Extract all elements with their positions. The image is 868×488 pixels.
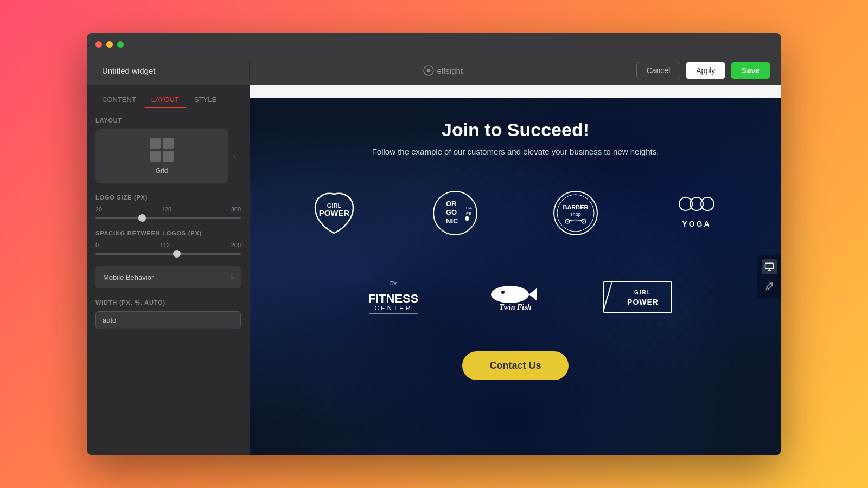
- svg-text:OR: OR: [446, 200, 457, 208]
- sidebar-content: LAYOUT Grid ›: [87, 108, 250, 455]
- logo-yoga: YOGA: [644, 178, 749, 248]
- logo-barber-shop: BARBER shop: [524, 178, 628, 248]
- spacing-current: 112: [160, 242, 170, 248]
- svg-point-9: [465, 216, 469, 221]
- traffic-lights: [95, 41, 124, 48]
- layout-options-container: Grid ›: [95, 129, 241, 183]
- svg-text:BARBER: BARBER: [563, 204, 589, 210]
- organic-cafe-logo-svg: OR GO NIC CA FE: [431, 189, 480, 237]
- elfsight-icon: [423, 65, 434, 76]
- layout-section-label: LAYOUT: [95, 117, 241, 124]
- width-input[interactable]: auto: [95, 311, 241, 329]
- sidebar: CONTENT LAYOUT STYLE LAYOUT: [87, 85, 250, 455]
- svg-rect-28: [603, 282, 672, 312]
- yoga-logo-svg: YOGA: [667, 189, 726, 237]
- fitness-logo-svg: The FITNESS CENTER: [363, 275, 423, 319]
- logo-girl-power-rect: GIRL POWER: [585, 265, 691, 330]
- logo-size-max: 300: [231, 206, 241, 213]
- apply-button[interactable]: Apply: [686, 62, 725, 79]
- grid-cell: [150, 138, 161, 149]
- mobile-behavior-arrow: ›: [231, 272, 233, 282]
- grid-layout-icon: [150, 138, 174, 162]
- preview-inner: Join to Succeed! Follow the example of o…: [250, 98, 781, 402]
- logo-size-section: LOGO SIZE (PX) 20 120 300: [95, 194, 241, 219]
- svg-point-24: [491, 286, 529, 303]
- browser-window: Untitled widget elfsight Cancel Apply Sa…: [87, 33, 781, 455]
- logo-size-range-labels: 20 120 300: [95, 206, 241, 213]
- svg-text:GO: GO: [446, 208, 457, 216]
- grid-cell: [163, 138, 174, 149]
- svg-text:The: The: [390, 280, 398, 286]
- tab-style[interactable]: STYLE: [188, 91, 223, 108]
- spacing-label: SPACING BETWEEN LOGOS (PX): [95, 230, 241, 236]
- grid-cell: [163, 151, 174, 162]
- widget-title-input[interactable]: Untitled widget: [95, 62, 240, 80]
- logo-size-thumb[interactable]: [138, 214, 146, 222]
- tab-content[interactable]: CONTENT: [95, 91, 143, 108]
- svg-text:NIC: NIC: [446, 217, 458, 225]
- preview-white-bar: [250, 85, 781, 98]
- girl-power-rect-logo-svg: GIRL POWER: [602, 281, 673, 313]
- cancel-button[interactable]: Cancel: [636, 62, 681, 79]
- mobile-behavior-label: Mobile Behavior: [103, 273, 154, 281]
- logos-row2: The FITNESS CENTER: [341, 265, 691, 330]
- spacing-section: SPACING BETWEEN LOGOS (PX) 0 112 200: [95, 230, 241, 255]
- layout-next-arrow[interactable]: ›: [228, 151, 241, 161]
- main-area: CONTENT LAYOUT STYLE LAYOUT: [87, 85, 781, 455]
- grid-layout-label: Grid: [156, 167, 168, 175]
- spacing-range-labels: 0 112 200: [95, 242, 241, 248]
- tab-layout[interactable]: LAYOUT: [145, 91, 186, 108]
- sidebar-tabs: CONTENT LAYOUT STYLE: [87, 85, 250, 108]
- spacing-track[interactable]: [95, 253, 241, 255]
- spacing-thumb[interactable]: [173, 250, 181, 258]
- spacing-min: 0: [95, 242, 99, 248]
- svg-point-26: [501, 291, 505, 294]
- layout-section: LAYOUT Grid ›: [95, 117, 241, 183]
- logo-size-label: LOGO SIZE (PX): [95, 194, 241, 201]
- svg-text:Twin Fish: Twin Fish: [499, 303, 531, 311]
- width-label: WIDTH (PX, %, AUTO): [95, 299, 241, 306]
- mobile-behavior-row[interactable]: Mobile Behavior ›: [95, 266, 241, 288]
- svg-text:GIRL: GIRL: [634, 290, 652, 296]
- logo-size-current: 120: [162, 206, 171, 213]
- svg-marker-25: [529, 288, 537, 301]
- svg-text:CENTER: CENTER: [374, 305, 412, 311]
- twin-fish-logo-svg: Twin Fish: [480, 278, 551, 316]
- girl-power-logo-svg: GIRL POWER: [304, 189, 364, 237]
- barber-shop-logo-svg: BARBER shop: [551, 189, 600, 237]
- logos-row1: GIRL POWER OR GO NIC CA: [282, 178, 749, 248]
- logo-size-min: 20: [95, 206, 102, 213]
- close-button[interactable]: [95, 41, 102, 48]
- svg-text:FE: FE: [466, 211, 471, 216]
- grid-layout-option[interactable]: Grid: [95, 129, 228, 183]
- logo-size-track[interactable]: [95, 217, 241, 219]
- svg-text:shop: shop: [570, 211, 581, 217]
- svg-text:FITNESS: FITNESS: [368, 292, 419, 305]
- preview-content: Join to Succeed! Follow the example of o…: [250, 98, 781, 455]
- minimize-button[interactable]: [106, 41, 113, 48]
- svg-text:YOGA: YOGA: [682, 220, 711, 228]
- title-bar: [87, 33, 781, 56]
- elfsight-brand-text: elfsight: [437, 66, 463, 75]
- logo-twin-fish: Twin Fish: [463, 265, 569, 330]
- svg-text:POWER: POWER: [627, 298, 659, 306]
- preview-subtitle: Follow the example of our customers and …: [372, 147, 659, 156]
- preview-area: Join to Succeed! Follow the example of o…: [250, 85, 781, 455]
- svg-line-29: [603, 282, 612, 311]
- save-button[interactable]: Save: [731, 62, 770, 79]
- elfsight-logo: elfsight: [423, 65, 463, 76]
- svg-text:POWER: POWER: [319, 208, 350, 217]
- preview-title: Join to Succeed!: [442, 119, 589, 140]
- maximize-button[interactable]: [117, 41, 124, 48]
- contact-button[interactable]: Contact Us: [462, 351, 568, 380]
- width-section: WIDTH (PX, %, AUTO) auto: [95, 299, 241, 329]
- grid-cell: [150, 151, 161, 162]
- logo-girl-power: GIRL POWER: [282, 178, 387, 248]
- svg-text:CA: CA: [466, 206, 473, 210]
- logo-organic-cafe: OR GO NIC CA FE: [403, 178, 508, 248]
- spacing-max: 200: [231, 242, 241, 248]
- logo-fitness-center: The FITNESS CENTER: [341, 265, 446, 330]
